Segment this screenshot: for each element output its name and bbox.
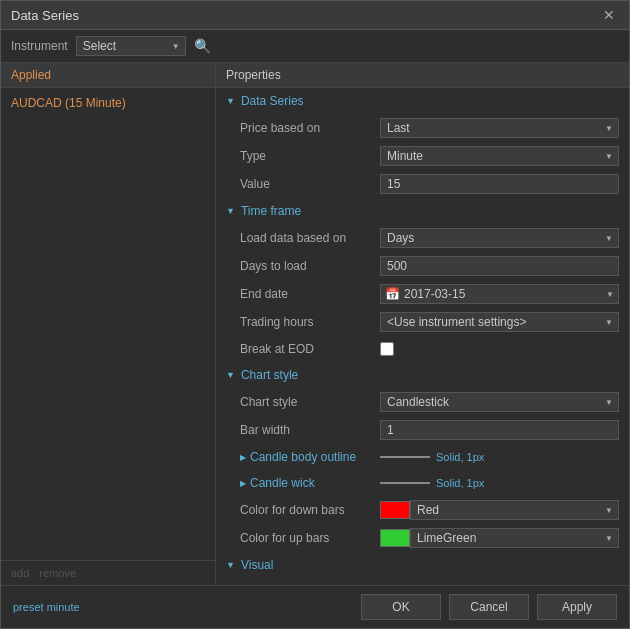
color-up-select[interactable]: LimeGreen Green <box>410 528 619 548</box>
load-data-select[interactable]: Days Bars <box>380 228 619 248</box>
date-dropdown-arrow: ▼ <box>606 290 614 299</box>
price-based-on-select[interactable]: Last Bid Ask <box>380 118 619 138</box>
candle-wick-line-label[interactable]: Solid, 1px <box>436 477 484 489</box>
color-down-select[interactable]: Red Blue <box>410 500 619 520</box>
trading-hours-value: <Use instrument settings> <box>380 312 619 332</box>
color-up-wrap: LimeGreen Green <box>380 528 619 548</box>
label-candle-wick[interactable]: ▶ Candle wick <box>240 476 380 490</box>
type-value: Minute Hour Day <box>380 146 619 166</box>
instrument-label: Instrument <box>11 39 68 53</box>
label-bar-width: Bar width <box>240 423 380 437</box>
date-input[interactable]: 📅 2017-03-15 ▼ <box>380 284 619 304</box>
row-type: Type Minute Hour Day <box>216 142 629 170</box>
label-type: Type <box>240 149 380 163</box>
value-field-wrap <box>380 174 619 194</box>
section-data-series-label: Data Series <box>241 94 304 108</box>
arrow-chart-style: ▼ <box>226 370 235 380</box>
color-down-swatch[interactable] <box>380 501 410 519</box>
color-down-wrap: Red Blue <box>380 500 619 520</box>
candle-body-line-preview: Solid, 1px <box>380 451 619 463</box>
section-data-series[interactable]: ▼ Data Series <box>216 88 629 114</box>
candle-body-outline-value: Solid, 1px <box>380 451 619 463</box>
instrument-select[interactable]: Select <box>76 36 186 56</box>
section-visual[interactable]: ▼ Visual <box>216 552 629 578</box>
title-bar: Data Series ✕ <box>1 1 629 30</box>
arrow-data-series: ▼ <box>226 96 235 106</box>
candle-body-outline-text: Candle body outline <box>250 450 356 464</box>
close-button[interactable]: ✕ <box>599 7 619 23</box>
left-panel: Applied AUDCAD (15 Minute) add remove <box>1 63 216 585</box>
break-at-eod-checkbox[interactable] <box>380 342 394 356</box>
row-bar-width: Bar width <box>216 416 629 444</box>
row-trading-hours: Trading hours <Use instrument settings> <box>216 308 629 336</box>
row-price-based-on: Price based on Last Bid Ask <box>216 114 629 142</box>
row-chart-style: Chart style Candlestick Bar Line <box>216 388 629 416</box>
dialog-title: Data Series <box>11 8 79 23</box>
chart-style-select[interactable]: Candlestick Bar Line <box>380 392 619 412</box>
search-icon: 🔍 <box>194 38 211 54</box>
section-time-frame-label: Time frame <box>241 204 301 218</box>
section-chart-style[interactable]: ▼ Chart style <box>216 362 629 388</box>
label-value: Value <box>240 177 380 191</box>
row-value: Value <box>216 170 629 198</box>
dialog: Data Series ✕ Instrument Select 🔍 Applie… <box>0 0 630 629</box>
chart-style-value: Candlestick Bar Line <box>380 392 619 412</box>
cancel-button[interactable]: Cancel <box>449 594 529 620</box>
break-eod-wrap <box>380 342 619 356</box>
candle-wick-value: Solid, 1px <box>380 477 619 489</box>
candle-wick-text: Candle wick <box>250 476 315 490</box>
label-end-date: End date <box>240 287 380 301</box>
preset-link[interactable]: preset minute <box>13 601 80 613</box>
type-select[interactable]: Minute Hour Day <box>380 146 619 166</box>
add-button[interactable]: add <box>11 567 29 579</box>
right-panel: Properties ▼ Data Series Price based on … <box>216 63 629 585</box>
row-days-to-load: Days to load <box>216 252 629 280</box>
value-input[interactable] <box>380 174 619 194</box>
color-up-bars-value: LimeGreen Green <box>380 528 619 548</box>
bar-width-wrap <box>380 420 619 440</box>
row-candle-body-outline: ▶ Candle body outline Solid, 1px <box>216 444 629 470</box>
candle-wick-line-preview: Solid, 1px <box>380 477 619 489</box>
days-to-load-wrap <box>380 256 619 276</box>
color-up-swatch[interactable] <box>380 529 410 547</box>
days-to-load-input[interactable] <box>380 256 619 276</box>
expand-candle-wick-icon: ▶ <box>240 479 246 488</box>
label-trading-hours: Trading hours <box>240 315 380 329</box>
calendar-icon: 📅 <box>385 287 400 301</box>
applied-item[interactable]: AUDCAD (15 Minute) <box>1 92 215 114</box>
instrument-bar: Instrument Select 🔍 <box>1 30 629 63</box>
bar-width-input[interactable] <box>380 420 619 440</box>
date-text: 2017-03-15 <box>404 287 465 301</box>
row-break-at-eod: Break at EOD <box>216 336 629 362</box>
main-content: Applied AUDCAD (15 Minute) add remove Pr… <box>1 63 629 585</box>
candle-wick-line-swatch <box>380 482 430 484</box>
instrument-search-button[interactable]: 🔍 <box>194 38 211 54</box>
trading-hours-select[interactable]: <Use instrument settings> <box>380 312 619 332</box>
ok-button[interactable]: OK <box>361 594 441 620</box>
section-chart-style-label: Chart style <box>241 368 298 382</box>
load-data-value: Days Bars <box>380 228 619 248</box>
properties-header: Properties <box>216 63 629 88</box>
label-color-up-bars: Color for up bars <box>240 531 380 545</box>
label-candle-body-outline[interactable]: ▶ Candle body outline <box>240 450 380 464</box>
candle-body-line-label[interactable]: Solid, 1px <box>436 451 484 463</box>
applied-list: AUDCAD (15 Minute) <box>1 88 215 560</box>
left-panel-footer: add remove <box>1 560 215 585</box>
label-load-data: Load data based on <box>240 231 380 245</box>
properties-title: Properties <box>226 68 281 82</box>
scroll-area[interactable]: ▼ Data Series Price based on Last Bid As… <box>216 88 629 585</box>
footer: preset minute OK Cancel Apply <box>1 585 629 628</box>
applied-header: Applied <box>1 63 215 88</box>
row-end-date: End date 📅 2017-03-15 ▼ <box>216 280 629 308</box>
row-color-down-bars: Color for down bars Red Blue <box>216 496 629 524</box>
color-down-bars-value: Red Blue <box>380 500 619 520</box>
section-time-frame[interactable]: ▼ Time frame <box>216 198 629 224</box>
arrow-visual: ▼ <box>226 560 235 570</box>
candle-body-line-swatch <box>380 456 430 458</box>
remove-button[interactable]: remove <box>39 567 76 579</box>
section-visual-label: Visual <box>241 558 273 572</box>
instrument-select-wrapper: Select <box>76 36 186 56</box>
row-candle-wick: ▶ Candle wick Solid, 1px <box>216 470 629 496</box>
row-load-data: Load data based on Days Bars <box>216 224 629 252</box>
apply-button[interactable]: Apply <box>537 594 617 620</box>
